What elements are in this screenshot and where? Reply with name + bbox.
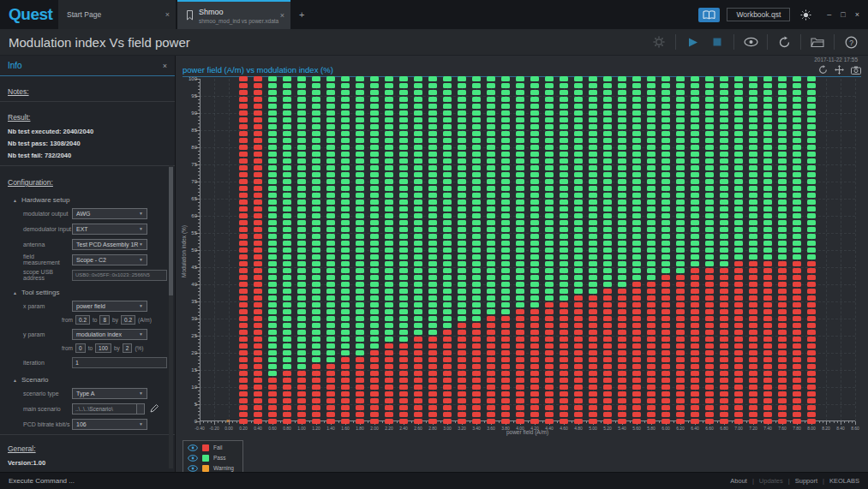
shmoo-cell[interactable]	[763, 110, 772, 116]
shmoo-cell[interactable]	[647, 419, 655, 424]
shmoo-cell[interactable]	[691, 343, 699, 349]
shmoo-cell[interactable]	[647, 158, 655, 164]
shmoo-cell[interactable]	[545, 309, 554, 314]
shmoo-cell[interactable]	[793, 391, 801, 397]
shmoo-cell[interactable]	[283, 385, 291, 390]
shmoo-cell[interactable]	[632, 385, 641, 390]
shmoo-cell[interactable]	[443, 165, 452, 170]
shmoo-cell[interactable]	[268, 330, 277, 335]
shmoo-cell[interactable]	[268, 110, 277, 116]
shmoo-cell[interactable]	[676, 419, 685, 424]
shmoo-cell[interactable]	[749, 398, 757, 403]
shmoo-cell[interactable]	[749, 247, 757, 253]
shmoo-cell[interactable]	[574, 110, 583, 116]
shmoo-cell[interactable]	[443, 364, 452, 369]
shmoo-cell[interactable]	[414, 295, 422, 301]
shmoo-cell[interactable]	[763, 234, 772, 239]
shmoo-cell[interactable]	[326, 158, 335, 164]
shmoo-cell[interactable]	[793, 104, 801, 109]
shmoo-cell[interactable]	[807, 316, 816, 321]
shmoo-cell[interactable]	[516, 117, 524, 122]
shmoo-cell[interactable]	[458, 247, 466, 253]
shmoo-cell[interactable]	[297, 193, 306, 198]
shmoo-cell[interactable]	[603, 179, 612, 184]
shmoo-cell[interactable]	[341, 213, 350, 218]
shmoo-cell[interactable]	[443, 385, 452, 390]
shmoo-cell[interactable]	[239, 378, 248, 383]
shmoo-cell[interactable]	[749, 261, 757, 266]
shmoo-cell[interactable]	[734, 117, 743, 122]
shmoo-cell[interactable]	[428, 398, 437, 403]
run-play-icon[interactable]	[684, 33, 701, 51]
shmoo-cell[interactable]	[589, 145, 597, 150]
shmoo-cell[interactable]	[734, 110, 743, 116]
shmoo-cell[interactable]	[603, 234, 612, 239]
shmoo-cell[interactable]	[385, 261, 393, 266]
shmoo-cell[interactable]	[661, 165, 670, 170]
shmoo-cell[interactable]	[632, 234, 641, 239]
shmoo-cell[interactable]	[705, 165, 714, 170]
shmoo-cell[interactable]	[414, 261, 422, 266]
shmoo-cell[interactable]	[516, 343, 524, 349]
shmoo-cell[interactable]	[472, 104, 481, 109]
shmoo-cell[interactable]	[516, 200, 524, 205]
shmoo-cell[interactable]	[560, 131, 568, 136]
shmoo-cell[interactable]	[239, 343, 248, 349]
shmoo-cell[interactable]	[778, 193, 787, 198]
shmoo-cell[interactable]	[618, 385, 626, 390]
shmoo-cell[interactable]	[516, 323, 524, 328]
shmoo-cell[interactable]	[545, 350, 554, 355]
shmoo-cell[interactable]	[778, 364, 787, 369]
shmoo-cell[interactable]	[661, 323, 670, 328]
shmoo-cell[interactable]	[370, 117, 379, 122]
shmoo-cell[interactable]	[589, 220, 597, 225]
shmoo-cell[interactable]	[691, 295, 699, 301]
shmoo-cell[interactable]	[589, 131, 597, 136]
shmoo-cell[interactable]	[458, 371, 466, 376]
shmoo-cell[interactable]	[749, 200, 757, 205]
shmoo-cell[interactable]	[560, 337, 568, 342]
shmoo-cell[interactable]	[763, 282, 772, 287]
shmoo-cell[interactable]	[239, 268, 248, 273]
shmoo-cell[interactable]	[370, 97, 379, 102]
shmoo-cell[interactable]	[749, 186, 757, 191]
shmoo-cell[interactable]	[545, 330, 554, 335]
shmoo-cell[interactable]	[778, 316, 787, 321]
shmoo-cell[interactable]	[705, 275, 714, 280]
shmoo-cell[interactable]	[370, 343, 379, 349]
shmoo-cell[interactable]	[661, 124, 670, 129]
shmoo-cell[interactable]	[254, 316, 262, 321]
shmoo-cell[interactable]	[574, 391, 583, 397]
shmoo-cell[interactable]	[589, 124, 597, 129]
shmoo-cell[interactable]	[661, 309, 670, 314]
shmoo-cell[interactable]	[341, 220, 350, 225]
shmoo-cell[interactable]	[254, 337, 262, 342]
shmoo-cell[interactable]	[356, 200, 364, 205]
shmoo-cell[interactable]	[676, 104, 685, 109]
shmoo-cell[interactable]	[239, 405, 248, 410]
shmoo-cell[interactable]	[530, 330, 539, 335]
shmoo-cell[interactable]	[705, 289, 714, 294]
shmoo-cell[interactable]	[268, 213, 277, 218]
shmoo-cell[interactable]	[283, 343, 291, 349]
shmoo-cell[interactable]	[399, 220, 408, 225]
shmoo-cell[interactable]	[239, 83, 248, 88]
shmoo-cell[interactable]	[297, 165, 306, 170]
shmoo-cell[interactable]	[268, 179, 277, 184]
shmoo-cell[interactable]	[283, 145, 291, 150]
shmoo-cell[interactable]	[734, 398, 743, 403]
shmoo-cell[interactable]	[370, 83, 379, 88]
shmoo-cell[interactable]	[428, 83, 437, 88]
shmoo-cell[interactable]	[341, 104, 350, 109]
shmoo-cell[interactable]	[254, 289, 262, 294]
shmoo-cell[interactable]	[763, 261, 772, 266]
shmoo-cell[interactable]	[356, 206, 364, 212]
shmoo-cell[interactable]	[385, 179, 393, 184]
shmoo-cell[interactable]	[239, 350, 248, 355]
shmoo-cell[interactable]	[589, 302, 597, 307]
shmoo-cell[interactable]	[399, 152, 408, 157]
shmoo-cell[interactable]	[268, 398, 277, 403]
shmoo-cell[interactable]	[545, 247, 554, 253]
shmoo-cell[interactable]	[399, 97, 408, 102]
shmoo-cell[interactable]	[589, 186, 597, 191]
